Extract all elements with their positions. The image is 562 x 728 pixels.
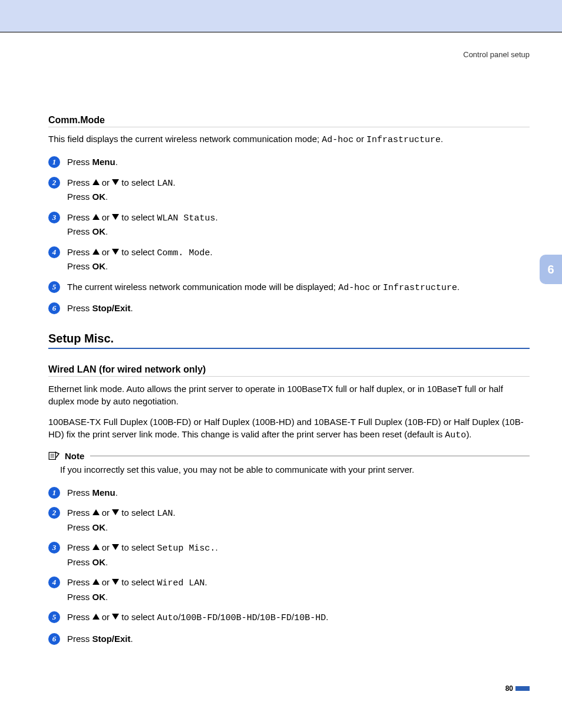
page-number-bar-icon: [515, 686, 530, 691]
text: Press: [67, 592, 92, 602]
text-mono: Infrastructure: [383, 283, 457, 293]
text: to select: [119, 612, 157, 622]
text: or: [100, 612, 113, 622]
text: Press: [67, 157, 92, 167]
text: .: [105, 592, 108, 602]
menu-value: 10B-HD: [294, 613, 326, 623]
text-mono: Ad-hoc: [338, 283, 370, 293]
menu-value: WLAN Status: [157, 213, 215, 223]
arrow-up-icon: [92, 544, 100, 550]
text-mono: Ad-hoc: [322, 135, 353, 145]
step-1: 1 Press Menu.: [48, 486, 530, 500]
wired-lan-para2: 100BASE-TX Full Duplex (100B-FD) or Half…: [48, 416, 530, 442]
header-right: Control panel setup: [463, 50, 530, 59]
step-body: Press Menu.: [67, 156, 530, 169]
text: to select: [119, 177, 157, 187]
text: .: [215, 212, 217, 222]
note-icon: [48, 451, 60, 460]
text: or: [353, 134, 366, 144]
note-body: If you incorrectly set this value, you m…: [48, 461, 530, 476]
menu-value: LAN: [157, 509, 173, 519]
step-2: 2 Press or to select LAN. Press OK.: [48, 506, 530, 534]
text: Press: [67, 192, 92, 202]
menu-value: LAN: [157, 179, 173, 189]
text: .: [131, 634, 133, 644]
text: .: [210, 247, 212, 257]
button-label: Menu: [92, 157, 115, 167]
text: .: [105, 226, 108, 236]
text: Press: [67, 612, 92, 622]
step-1: 1 Press Menu.: [48, 156, 530, 169]
text: .: [173, 177, 175, 187]
text: Press: [67, 226, 92, 236]
arrow-down-icon: [112, 179, 119, 185]
button-label: OK: [92, 522, 106, 532]
menu-value: Wired LAN: [157, 578, 204, 588]
step-body: Press or to select Auto/100B-FD/100B-HD/…: [67, 611, 530, 625]
text: Press: [67, 542, 92, 552]
text: or: [100, 577, 113, 587]
text: .: [326, 612, 328, 622]
text: or: [100, 247, 113, 257]
text: .: [105, 557, 108, 567]
button-label: OK: [92, 192, 106, 202]
text: to select: [119, 508, 157, 518]
text-mono: Infrastructure: [366, 135, 441, 145]
arrow-up-icon: [92, 179, 100, 185]
step-number-icon: 5: [48, 281, 60, 293]
text: .: [441, 134, 443, 144]
step-3: 3 Press or to select WLAN Status. Press …: [48, 211, 530, 239]
step-4: 4 Press or to select Comm. Mode. Press O…: [48, 246, 530, 274]
menu-value: Auto: [157, 613, 178, 623]
arrow-down-icon: [112, 579, 119, 585]
arrow-down-icon: [112, 249, 119, 255]
step-body: Press or to select WLAN Status. Press OK…: [67, 211, 530, 239]
arrow-up-icon: [92, 509, 100, 515]
text: to select: [119, 247, 157, 257]
text: Press: [67, 303, 92, 313]
note-box: Note If you incorrectly set this value, …: [48, 451, 530, 476]
text: .: [173, 508, 175, 518]
setup-misc-heading: Setup Misc.: [48, 332, 530, 349]
text: Press: [67, 212, 92, 222]
text: .: [105, 261, 108, 271]
button-label: OK: [92, 592, 106, 602]
text: to select: [119, 212, 157, 222]
button-label: OK: [92, 261, 106, 271]
step-number-icon: 3: [48, 542, 60, 554]
text: .: [215, 542, 217, 552]
menu-value: Comm. Mode: [157, 248, 210, 258]
step-number-icon: 4: [48, 246, 60, 258]
chapter-tab: 6: [540, 255, 562, 284]
step-body: Press or to select Comm. Mode. Press OK.: [67, 246, 530, 274]
button-label: Stop/Exit: [92, 634, 131, 644]
arrow-down-icon: [112, 509, 119, 515]
menu-value: Setup Misc.: [157, 543, 215, 554]
button-label: OK: [92, 226, 106, 236]
step-number-icon: 1: [48, 156, 60, 168]
text: to select: [119, 542, 157, 552]
wired-lan-para1: Ethernet link mode. Auto allows the prin…: [48, 383, 530, 407]
text: Press: [67, 577, 92, 587]
text: Press: [67, 177, 92, 187]
step-5: 5 Press or to select Auto/100B-FD/100B-H…: [48, 611, 530, 625]
text: The current wireless network communicati…: [67, 282, 338, 292]
text: or: [370, 282, 383, 292]
text: Press: [67, 487, 92, 498]
step-number-icon: 4: [48, 577, 60, 588]
text: or: [100, 212, 113, 222]
text: This field displays the current wireless…: [48, 134, 322, 144]
arrow-down-icon: [112, 544, 119, 550]
text: .: [105, 522, 108, 532]
text: .: [105, 192, 108, 202]
step-3: 3 Press or to select Setup Misc.. Press …: [48, 541, 530, 569]
menu-value: 100B-HD: [220, 613, 257, 623]
step-body: Press or to select Wired LAN. Press OK.: [67, 576, 530, 604]
step-number-icon: 2: [48, 177, 60, 189]
step-5: 5 The current wireless network communica…: [48, 281, 530, 295]
step-number-icon: 2: [48, 507, 60, 519]
step-2: 2 Press or to select LAN. Press OK.: [48, 176, 530, 204]
note-rule: [90, 456, 530, 456]
top-band: [0, 0, 562, 32]
step-number-icon: 5: [48, 611, 60, 623]
